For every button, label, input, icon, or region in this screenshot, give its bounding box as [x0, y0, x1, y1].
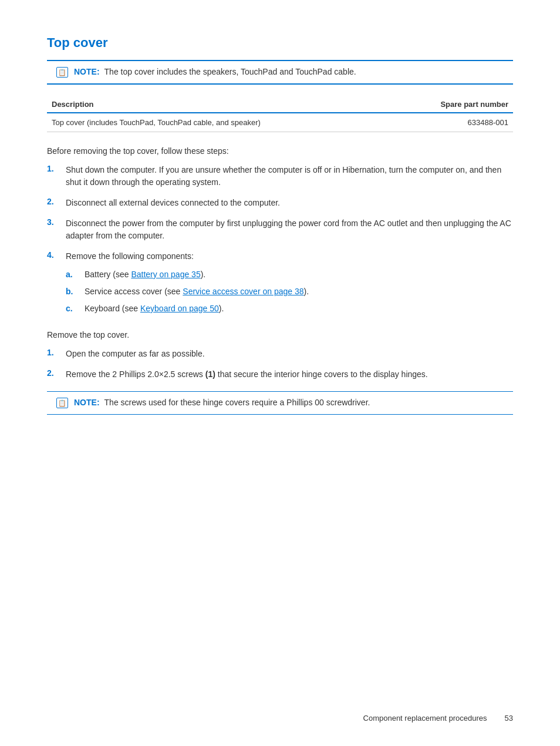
note-icon-1 [56, 67, 68, 78]
list-item: 1.Shut down the computer. If you are uns… [47, 164, 513, 189]
step-number: 1. [47, 164, 59, 173]
note-text-2: The screws used for these hinge covers r… [104, 398, 370, 407]
step-content: Disconnect the power from the computer b… [66, 217, 513, 242]
sub-step-link[interactable]: Keyboard on page 50 [140, 304, 219, 313]
sub-step-letter: c. [66, 303, 77, 315]
list-item: 4.Remove the following components:a.Batt… [47, 250, 513, 320]
table-row: Top cover (includes TouchPad, TouchPad c… [47, 113, 513, 132]
step-content: Shut down the computer. If you are unsur… [66, 164, 513, 189]
steps-list: 1.Shut down the computer. If you are uns… [47, 164, 513, 320]
page-footer: Component replacement procedures 53 [363, 714, 513, 723]
step-number: 2. [47, 197, 59, 206]
page-title: Top cover [47, 35, 513, 51]
steps-list-2: 1.Open the computer as far as possible.2… [47, 348, 513, 381]
step-content: Remove the following components:a.Batter… [66, 250, 309, 320]
table-header-description: Description [47, 95, 391, 113]
intro-text: Before removing the top cover, follow th… [47, 146, 513, 156]
sub-step-letter: a. [66, 268, 77, 281]
remove-text: Remove the top cover. [47, 330, 513, 340]
step-number: 3. [47, 217, 59, 227]
sub-step-content: Service access cover (see Service access… [85, 285, 309, 298]
list-item: 3.Disconnect the power from the computer… [47, 217, 513, 242]
sub-step-item: a.Battery (see Battery on page 35). [66, 268, 309, 281]
step-content: Open the computer as far as possible. [66, 348, 205, 360]
sub-step-item: b.Service access cover (see Service acce… [66, 285, 309, 298]
note-box-1: NOTE: The top cover includes the speaker… [47, 60, 513, 85]
sub-step-content: Battery (see Battery on page 35). [85, 268, 205, 281]
step-number: 1. [47, 348, 59, 357]
note-box-2: NOTE: The screws used for these hinge co… [47, 391, 513, 415]
step-number: 2. [47, 368, 59, 378]
list-item: 1.Open the computer as far as possible. [47, 348, 513, 360]
sub-step-item: c.Keyboard (see Keyboard on page 50). [66, 303, 309, 315]
note-label-2: NOTE: [74, 398, 100, 407]
note-label-1: NOTE: [74, 67, 100, 76]
step-number: 4. [47, 250, 59, 260]
footer-page: 53 [505, 714, 513, 723]
table-cell-spare-part: 633488-001 [391, 113, 513, 132]
note-text-1: The top cover includes the speakers, Tou… [104, 67, 356, 76]
parts-table: Description Spare part number Top cover … [47, 95, 513, 132]
list-item: 2.Disconnect all external devices connec… [47, 197, 513, 209]
footer-section: Component replacement procedures [363, 714, 487, 723]
table-header-spare-part: Spare part number [391, 95, 513, 113]
step-content: Disconnect all external devices connecte… [66, 197, 280, 209]
note-icon-2 [56, 398, 68, 408]
sub-step-link[interactable]: Battery on page 35 [131, 270, 200, 279]
sub-step-content: Keyboard (see Keyboard on page 50). [85, 303, 224, 315]
sub-step-letter: b. [66, 285, 77, 298]
step-content: Remove the 2 Phillips 2.0×2.5 screws (1)… [66, 368, 428, 381]
list-item: 2.Remove the 2 Phillips 2.0×2.5 screws (… [47, 368, 513, 381]
table-cell-description: Top cover (includes TouchPad, TouchPad c… [47, 113, 391, 132]
sub-step-link[interactable]: Service access cover on page 38 [183, 287, 303, 296]
